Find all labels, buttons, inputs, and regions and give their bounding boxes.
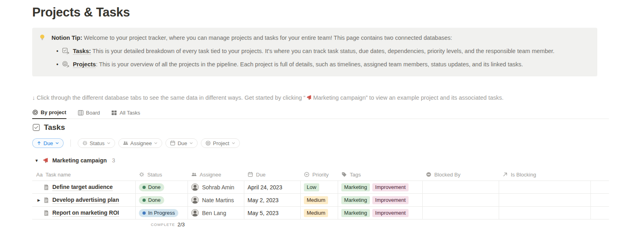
- task-title[interactable]: Report on marketing ROI: [52, 209, 119, 217]
- tag-pill[interactable]: Improvement: [372, 183, 409, 191]
- chevron-down-icon: [107, 141, 111, 145]
- is-blocking-cell[interactable]: [499, 207, 591, 219]
- task-title[interactable]: Develop advertising plan: [52, 197, 119, 204]
- status-cell[interactable]: Done: [136, 181, 188, 193]
- due-cell[interactable]: April 24, 2023: [244, 181, 301, 193]
- priority-cell[interactable]: Medium: [301, 207, 338, 219]
- blocked-by-cell[interactable]: [423, 194, 499, 206]
- tasks-db-link[interactable]: Tasks:: [73, 48, 91, 55]
- table-row[interactable]: ▶ Report on marketing ROI In Progress Be…: [32, 207, 609, 219]
- column-header-assignee[interactable]: Assignee: [188, 168, 244, 181]
- blocked-by-cell[interactable]: [423, 181, 499, 193]
- tag-pill[interactable]: Marketing: [341, 209, 370, 217]
- assignee-name: Sohrab Amin: [202, 184, 234, 191]
- calendar-icon: [248, 172, 253, 177]
- due-date: May 2, 2023: [248, 197, 279, 203]
- calc-label: COMPLETE: [151, 222, 175, 227]
- priority-tag[interactable]: Low: [304, 183, 319, 191]
- sort-chip-due[interactable]: Due: [32, 138, 64, 148]
- callout-bullet-tasks: • Tasks: This is your detailed breakdown…: [56, 47, 591, 55]
- callout-tip-label: Notion Tip:: [52, 35, 82, 41]
- calendar-icon: [170, 140, 175, 146]
- extra-cell: [591, 194, 609, 206]
- instruction-text: ↓ Click through the different database t…: [32, 94, 504, 102]
- group-header-marketing-campaign: ▼ Marketing campaign 3: [35, 157, 115, 164]
- row-expand-toggle[interactable]: ▶: [35, 198, 43, 202]
- column-calculation[interactable]: COMPLETE 2/3: [136, 222, 188, 228]
- group-collapse-toggle[interactable]: ▼: [35, 158, 39, 163]
- tag-icon: [341, 172, 347, 177]
- tags-cell[interactable]: MarketingImprovement: [338, 194, 423, 206]
- avatar: [191, 209, 199, 217]
- view-tabs: By project Board All Tasks: [32, 107, 609, 119]
- status-pill[interactable]: In Progress: [139, 209, 178, 217]
- status-cell[interactable]: Done: [136, 194, 188, 206]
- column-header-is-blocking[interactable]: Is Blocking: [499, 168, 591, 181]
- board-icon: [78, 110, 84, 116]
- tag-pill[interactable]: Marketing: [341, 196, 370, 204]
- filter-chip-due[interactable]: Due: [165, 138, 198, 148]
- due-cell[interactable]: May 5, 2023: [244, 207, 301, 219]
- due-date: May 5, 2023: [248, 210, 279, 216]
- table-row[interactable]: ▶ Develop advertising plan Done Nate Mar…: [32, 194, 609, 207]
- target-icon: [32, 109, 38, 115]
- status-pill[interactable]: Done: [139, 183, 164, 191]
- database-title: Tasks: [44, 123, 65, 132]
- filter-chip-project[interactable]: Project: [201, 138, 239, 148]
- tag-pill[interactable]: Improvement: [372, 209, 409, 217]
- table-row[interactable]: ▶ Define target audience Done Sohrab Ami…: [32, 181, 609, 194]
- filter-chip-assignee[interactable]: Assignee: [118, 138, 162, 148]
- chevron-down-icon: [154, 141, 158, 145]
- group-name[interactable]: Marketing campaign: [52, 157, 107, 164]
- is-blocking-cell[interactable]: [499, 181, 591, 193]
- tags-cell[interactable]: MarketingImprovement: [338, 207, 423, 219]
- column-header-tags[interactable]: Tags: [338, 168, 423, 181]
- column-header-priority[interactable]: Priority: [301, 168, 338, 181]
- column-header-task-name[interactable]: AaTask name: [32, 168, 136, 181]
- megaphone-icon: [306, 94, 312, 101]
- extra-cell: [591, 207, 609, 219]
- checkbox-icon: [32, 123, 40, 131]
- task-name-cell[interactable]: ▶ Develop advertising plan: [32, 194, 136, 206]
- status-cell[interactable]: In Progress: [136, 207, 188, 219]
- priority-tag[interactable]: Medium: [304, 196, 328, 204]
- table-icon: [111, 110, 117, 116]
- filter-bar: Due Status Assignee Due Project: [32, 138, 240, 148]
- chevron-down-icon: [189, 141, 193, 145]
- due-cell[interactable]: May 2, 2023: [244, 194, 301, 206]
- column-header-status[interactable]: Status: [136, 168, 188, 181]
- tags-cell[interactable]: MarketingImprovement: [338, 181, 423, 193]
- priority-tag[interactable]: Medium: [304, 209, 328, 217]
- column-header-blocked-by[interactable]: Blocked By: [423, 168, 499, 181]
- tab-board[interactable]: Board: [78, 107, 100, 119]
- page-icon: [43, 197, 50, 203]
- assignee-cell[interactable]: Ben Lang: [188, 207, 244, 219]
- projects-db-link[interactable]: Projects: [73, 61, 96, 68]
- bullet-dot: •: [56, 47, 58, 55]
- priority-cell[interactable]: Low: [301, 181, 338, 193]
- due-date: April 24, 2023: [248, 184, 282, 191]
- task-name-cell[interactable]: ▶ Define target audience: [32, 181, 136, 193]
- callout-bullet-projects: • Projects: This is your overview of all…: [56, 60, 591, 68]
- tag-pill[interactable]: Marketing: [341, 183, 370, 191]
- projects-database-icon: [62, 61, 69, 68]
- status-pill[interactable]: Done: [139, 196, 164, 204]
- people-icon: [191, 172, 197, 177]
- filter-chip-status[interactable]: Status: [78, 138, 115, 148]
- chevron-down-icon: [231, 141, 235, 145]
- task-title[interactable]: Define target audience: [52, 184, 113, 191]
- assignee-name: Nate Martins: [202, 197, 234, 203]
- tag-pill[interactable]: Improvement: [372, 196, 409, 204]
- is-blocking-cell[interactable]: [499, 194, 591, 206]
- notion-tip-callout: Notion Tip: Welcome to your project trac…: [32, 28, 597, 76]
- assignee-cell[interactable]: Nate Martins: [188, 194, 244, 206]
- column-header-due[interactable]: Due: [244, 168, 301, 181]
- priority-cell[interactable]: Medium: [301, 194, 338, 206]
- assignee-cell[interactable]: Sohrab Amin: [188, 181, 244, 193]
- status-dot-icon: [142, 199, 146, 202]
- tab-by-project[interactable]: By project: [32, 107, 66, 119]
- tab-all-tasks[interactable]: All Tasks: [111, 107, 140, 119]
- chip-divider: [70, 139, 71, 147]
- task-name-cell[interactable]: ▶ Report on marketing ROI: [32, 207, 136, 219]
- blocked-by-cell[interactable]: [423, 207, 499, 219]
